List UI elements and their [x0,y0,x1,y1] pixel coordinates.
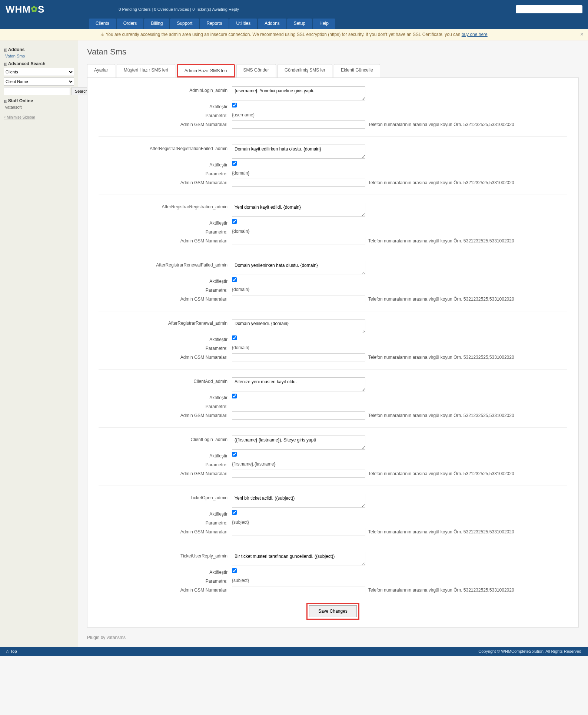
nav-reports[interactable]: Reports [200,19,229,29]
param-label: Parametre: [99,228,232,235]
overdue-link[interactable]: 0 Overdue Invoices [154,7,189,11]
sidebar-staff-header: Staff Online [4,98,74,103]
section-name: TicketUserReply_admin [99,552,232,559]
gsm-hint: Telefon numaralarının arasına virgül koy… [368,122,514,127]
gsm-label: Admin GSM Numaraları [99,470,232,476]
header-stats: 0 Pending Orders | 0 Overdue Invoices | … [119,7,239,11]
main-nav: Clients Orders Billing Support Reports U… [0,19,588,29]
aktif-checkbox[interactable] [232,277,237,282]
param-value: {subject} [232,577,249,583]
tickets-link[interactable]: 0 Ticket(s) Awaiting Reply [192,7,239,11]
nav-help[interactable]: Help [313,19,335,29]
gsm-input[interactable] [232,528,365,536]
nav-addons[interactable]: Addons [258,19,286,29]
gsm-input[interactable] [232,179,365,187]
gear-icon: ✿ [31,4,38,14]
section-name: ClientLogin_admin [99,436,232,442]
aktif-checkbox[interactable] [232,452,237,457]
gsm-input[interactable] [232,411,365,420]
aktif-label: Aktifleştir [99,335,232,342]
section-name: AfterRegistrarRegistrationFailed_admin [99,145,232,151]
message-textarea[interactable]: Yeni domain kayit edildi. {domain} [232,203,365,217]
search-field-select[interactable]: Client Name [4,77,74,86]
param-label: Parametre: [99,344,232,351]
aktif-label: Aktifleştir [99,452,232,459]
sidebar: Addons Vatan Sms Advanced Search Clients… [0,40,78,647]
search-type-select[interactable]: Clients [4,68,74,76]
gsm-label: Admin GSM Numaraları [99,179,232,185]
aktif-checkbox[interactable] [232,394,237,398]
tab-musteri-sms[interactable]: Müşteri Hazır SMS leri [117,64,175,77]
header: WHM✿S 0 Pending Orders | 0 Overdue Invoi… [0,0,588,19]
tab-ayarlar[interactable]: Ayarlar [87,64,115,77]
aktif-label: Aktifleştir [99,219,232,226]
message-textarea[interactable]: Yeni bir ticket acildi. ({subject}) [232,494,365,508]
message-textarea[interactable]: {username}, Yonetici paneline giris yapt… [232,86,365,100]
message-textarea[interactable]: Domain yenilendi. {domain} [232,319,365,333]
tab-sms-gonder[interactable]: SMS Gönder [236,64,276,77]
global-search-input[interactable] [516,5,582,13]
nav-utilities[interactable]: Utilities [229,19,257,29]
gsm-label: Admin GSM Numaraları [99,586,232,593]
param-value: {domain} [232,170,249,176]
pending-orders-link[interactable]: 0 Pending Orders [119,7,150,11]
aktif-label: Aktifleştir [99,510,232,517]
minimise-sidebar-link[interactable]: « Minimise Sidebar [4,115,74,119]
copyright: Copyright © WHMCompleteSolution. All Rig… [478,649,582,654]
nav-orders[interactable]: Orders [117,19,144,29]
message-textarea[interactable]: Domain kayit edilirken hata olustu. {dom… [232,145,365,159]
buy-ssl-link[interactable]: buy one here [462,32,488,37]
gsm-label: Admin GSM Numaraları [99,353,232,360]
param-value: {subject} [232,519,249,525]
gsm-input[interactable] [232,237,365,245]
top-link[interactable]: ☆ Top [6,649,17,654]
param-value: {username} [232,112,255,117]
param-value: {firstname},{lastname} [232,461,275,467]
message-textarea[interactable]: Domain yenilenirken hata olustu. {domain… [232,261,365,275]
gsm-input[interactable] [232,353,365,361]
ssl-warning: ⚠ You are currently accessing the admin … [0,29,588,40]
gsm-hint: Telefon numaralarının arasına virgül koy… [368,529,514,534]
section-name: ClientAdd_admin [99,377,232,384]
tab-eklenti[interactable]: Eklenti Güncelle [334,64,380,77]
gsm-label: Admin GSM Numaraları [99,120,232,127]
header-search [516,5,582,13]
nav-support[interactable]: Support [170,19,199,29]
aktif-checkbox[interactable] [232,219,237,224]
sidebar-search-input[interactable] [4,87,70,95]
aktif-checkbox[interactable] [232,510,237,515]
message-textarea[interactable]: Bir ticket musteri tarafindan guncellend… [232,552,365,566]
save-button[interactable]: Save Changes [309,605,357,617]
nav-clients[interactable]: Clients [89,19,116,29]
nav-billing[interactable]: Billing [144,19,169,29]
panel: AdminLogin_admin{username}, Yonetici pan… [87,77,579,628]
sidebar-advsearch-header: Advanced Search [4,61,74,66]
gsm-hint: Telefon numaralarının arasına virgül koy… [368,180,514,185]
gsm-input[interactable] [232,586,365,594]
tab-gonderilmis[interactable]: Gönderilmiş SMS ler [278,64,332,77]
gsm-hint: Telefon numaralarının arasına virgül koy… [368,471,514,476]
message-textarea[interactable]: ({firstname} {lastname}), Siteye giris y… [232,436,365,450]
nav-setup[interactable]: Setup [287,19,312,29]
sidebar-addon-link[interactable]: Vatan Sms [5,54,74,58]
aktif-checkbox[interactable] [232,568,237,573]
tab-admin-sms[interactable]: Admin Hazır SMS leri [177,64,235,77]
gsm-input[interactable] [232,120,365,129]
aktif-checkbox[interactable] [232,161,237,166]
gsm-input[interactable] [232,295,365,303]
message-textarea[interactable]: Sitenize yeni musteri kayit oldu. [232,377,365,391]
aktif-checkbox[interactable] [232,103,237,107]
aktif-label: Aktifleştir [99,277,232,284]
logo: WHM✿S [6,4,44,15]
page-title: Vatan Sms [87,47,579,57]
param-label: Parametre: [99,286,232,293]
plugin-by: Plugin by vatansms [87,635,579,640]
param-label: Parametre: [99,170,232,176]
section-name: AdminLogin_admin [99,86,232,93]
gsm-label: Admin GSM Numaraları [99,295,232,302]
footer: ☆ Top Copyright © WHMCompleteSolution. A… [0,647,588,656]
close-icon[interactable]: × [580,31,584,38]
aktif-checkbox[interactable] [232,335,237,340]
staff-user: vatansoft [5,105,74,109]
gsm-input[interactable] [232,470,365,478]
